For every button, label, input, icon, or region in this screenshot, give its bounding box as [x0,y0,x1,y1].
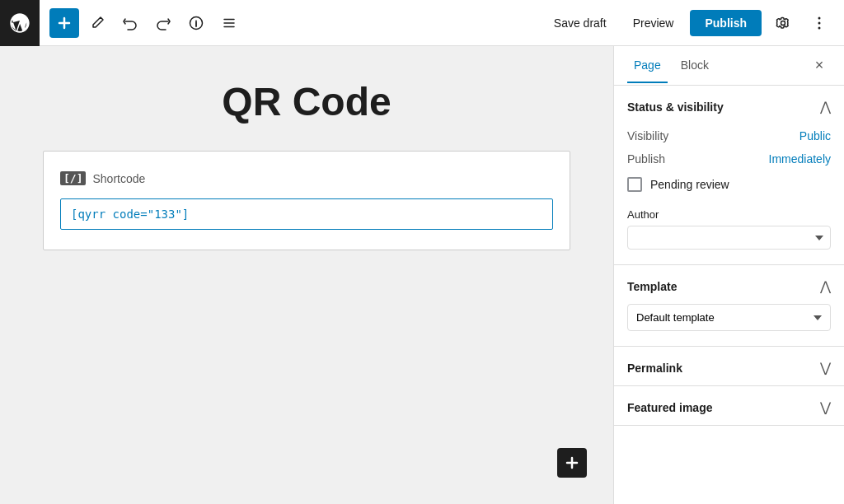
status-visibility-title: Status & visibility [627,100,724,114]
add-block-toolbar-button[interactable] [49,8,79,38]
toolbar-right: Save draft Preview Publish [544,8,834,38]
featured-image-chevron: ⋁ [820,399,831,415]
undo-button[interactable] [115,8,145,38]
template-header[interactable]: Template ⋀ [627,265,831,304]
tab-block[interactable]: Block [674,49,715,83]
shortcode-input[interactable] [60,198,553,230]
details-button[interactable] [181,8,211,38]
pending-review-row: Pending review [627,170,831,202]
more-options-button[interactable] [804,8,834,38]
publish-value[interactable]: Immediately [769,152,831,166]
template-chevron: ⋀ [820,278,831,294]
template-title: Template [627,280,677,293]
toolbar: Save draft Preview Publish [0,0,844,46]
pending-review-checkbox[interactable] [627,177,642,192]
settings-button[interactable] [768,8,798,38]
svg-point-1 [818,16,821,19]
publish-label: Publish [627,152,665,166]
svg-point-3 [818,26,821,29]
add-block-floating-button[interactable] [557,448,587,478]
template-content: Default template Full Width No Sidebar [627,304,831,346]
permalink-title: Permalink [627,362,682,375]
template-section: Template ⋀ Default template Full Width N… [614,265,844,347]
save-draft-button[interactable]: Save draft [544,12,617,35]
svg-point-2 [818,21,821,24]
shortcode-icon: [/] [60,171,86,185]
author-label: Author [627,208,831,221]
featured-image-header[interactable]: Featured image ⋁ [627,386,831,425]
block-type-label: Shortcode [92,172,145,185]
block-header: [/] Shortcode [60,171,553,185]
publish-button[interactable]: Publish [690,10,762,36]
status-visibility-content: Visibility Public Publish Immediately Pe… [627,124,831,264]
featured-image-title: Featured image [627,401,712,414]
author-select[interactable] [627,226,831,250]
permalink-chevron: ⋁ [820,360,831,376]
status-visibility-chevron: ⋀ [820,99,831,114]
wp-logo [0,0,40,46]
visibility-label: Visibility [627,129,668,142]
tab-page[interactable]: Page [627,49,668,83]
redo-button[interactable] [148,8,178,38]
preview-button[interactable]: Preview [623,12,684,35]
featured-image-section: Featured image ⋁ [614,386,844,426]
visibility-value[interactable]: Public [799,129,831,142]
status-visibility-header[interactable]: Status & visibility ⋀ [627,86,831,124]
sidebar-header: Page Block × [614,46,844,86]
post-title: QR Code [26,79,587,124]
pending-review-label: Pending review [650,178,729,191]
status-visibility-section: Status & visibility ⋀ Visibility Public … [614,86,844,265]
sidebar-close-button[interactable]: × [808,54,831,77]
visibility-row: Visibility Public [627,124,831,147]
sidebar: Page Block × Status & visibility ⋀ Visib… [613,46,844,504]
author-row: Author [627,202,831,261]
template-select[interactable]: Default template Full Width No Sidebar [627,304,831,331]
permalink-header[interactable]: Permalink ⋁ [627,347,831,385]
shortcode-block[interactable]: [/] Shortcode [43,151,570,250]
permalink-section: Permalink ⋁ [614,347,844,386]
main-layout: QR Code [/] Shortcode Page Block × Statu… [0,46,844,504]
list-view-button[interactable] [214,8,244,38]
publish-row: Publish Immediately [627,147,831,170]
editor-area: QR Code [/] Shortcode [0,46,613,504]
edit-tool-button[interactable] [82,8,112,38]
